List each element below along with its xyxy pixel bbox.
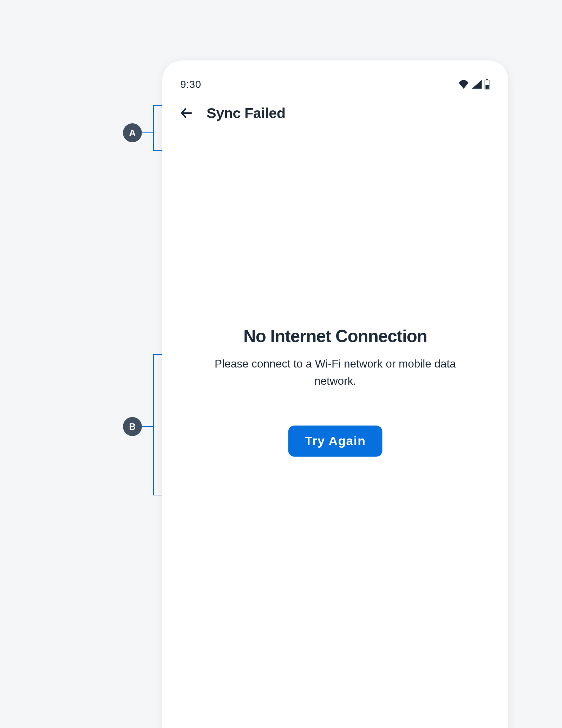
status-icons [458,79,490,90]
annotation-a: A [123,123,142,142]
annotation-badge-a: A [123,123,142,142]
arrow-left-icon [179,106,193,120]
svg-rect-2 [485,85,489,89]
status-bar: 9:30 [162,60,508,95]
back-button[interactable] [179,105,194,121]
try-again-button[interactable]: Try Again [288,425,382,457]
device-frame: 9:30 Sync Failed No Internet Connection [162,60,508,728]
annotation-b: B [123,417,142,436]
error-title: No Internet Connection [243,326,427,346]
page-title: Sync Failed [207,105,286,121]
app-bar: Sync Failed [162,95,508,131]
annotation-badge-b: B [123,417,142,436]
content-area: No Internet Connection Please connect to… [162,131,508,457]
status-time: 9:30 [180,78,201,90]
annotation-bracket [153,105,162,151]
cellular-icon [472,80,482,89]
battery-icon [484,79,490,90]
annotation-bracket [153,354,162,495]
error-message: Please connect to a Wi-Fi network or mob… [204,355,467,390]
wifi-icon [458,80,469,89]
annotation-connector [142,426,153,427]
annotation-connector [142,132,153,133]
